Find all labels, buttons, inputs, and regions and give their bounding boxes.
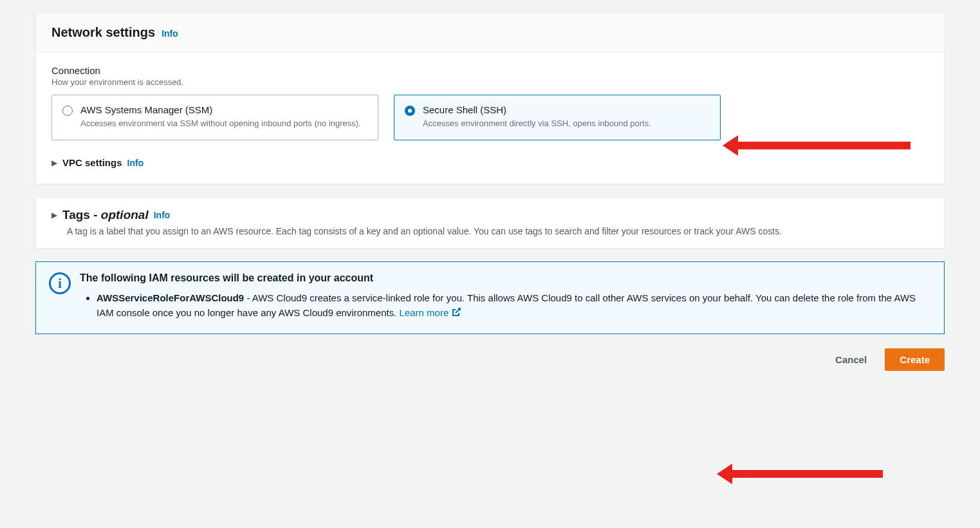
connection-options: AWS Systems Manager (SSM) Accesses envir… [51,95,929,140]
cancel-button[interactable]: Cancel [826,349,876,370]
caret-right-icon: ▶ [51,211,57,220]
radio-icon [62,106,73,116]
network-info-link[interactable]: Info [162,28,178,39]
radio-text: Secure Shell (SSH) Accesses environment … [423,104,651,129]
iam-role-item: AWSServiceRoleForAWSCloud9 - AWS Cloud9 … [97,290,931,321]
iam-info-content: The following IAM resources will be crea… [80,272,931,321]
connection-option-ssh[interactable]: Secure Shell (SSH) Accesses environment … [394,95,721,140]
connection-label: Connection [51,65,929,76]
iam-info-title: The following IAM resources will be crea… [80,272,931,284]
vpc-info-link[interactable]: Info [127,158,144,168]
ssh-desc: Accesses environment directly via SSH, o… [423,118,651,129]
tags-optional: optional [101,208,149,222]
tags-title: Tags - optional [62,208,149,222]
annotation-arrow [737,142,911,149]
iam-role-name: AWSServiceRoleForAWSCloud9 [97,292,244,303]
network-settings-header: Network settings Info [36,14,944,52]
tags-description: A tag is a label that you assign to an A… [67,226,929,236]
ssh-title: Secure Shell (SSH) [423,104,651,115]
ssm-title: AWS Systems Manager (SSM) [80,104,361,115]
radio-text: AWS Systems Manager (SSM) Accesses envir… [80,104,361,129]
caret-right-icon: ▶ [51,158,57,167]
tags-title-text: Tags - [62,208,101,222]
tags-info-link[interactable]: Info [154,210,171,220]
info-icon-wrap: i [49,272,71,321]
radio-icon [405,106,415,116]
connection-desc: How your environment is accessed. [51,77,929,87]
network-settings-body: Connection How your environment is acces… [36,52,944,184]
iam-info-box: i The following IAM resources will be cr… [35,261,945,334]
network-settings-panel: Network settings Info Connection How you… [35,13,945,184]
form-actions: Cancel Create [35,348,945,371]
tags-panel: ▶ Tags - optional Info A tag is a label … [35,197,945,249]
vpc-settings-label: VPC settings [62,157,122,168]
ssm-desc: Accesses environment via SSM without ope… [80,118,361,129]
create-button[interactable]: Create [885,348,945,371]
connection-option-ssm[interactable]: AWS Systems Manager (SSM) Accesses envir… [51,95,378,140]
iam-role-list: AWSServiceRoleForAWSCloud9 - AWS Cloud9 … [80,290,931,321]
external-link-icon [451,307,461,317]
info-icon: i [49,272,71,294]
tags-expander[interactable]: ▶ Tags - optional Info [51,208,929,222]
learn-more-text: Learn more [400,307,449,318]
network-settings-title: Network settings [51,25,155,40]
learn-more-link[interactable]: Learn more [400,307,462,318]
vpc-settings-expander[interactable]: ▶ VPC settings Info [51,157,929,168]
tags-header: ▶ Tags - optional Info A tag is a label … [36,198,944,248]
